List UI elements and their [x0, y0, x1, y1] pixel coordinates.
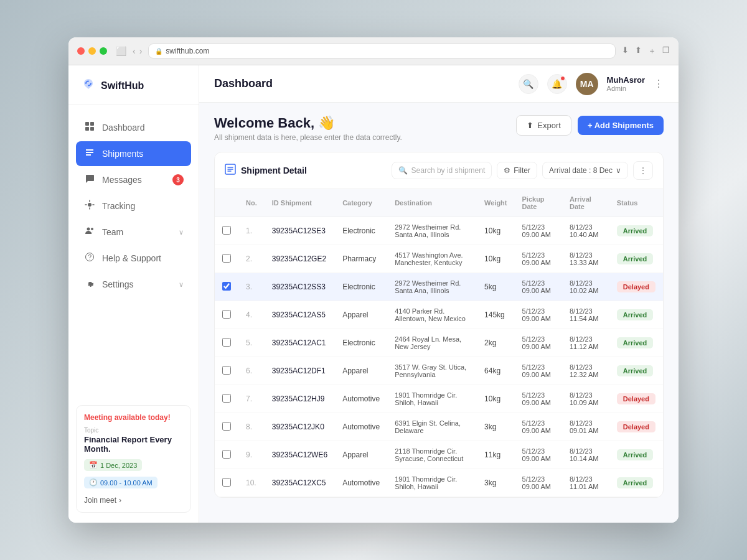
status-badge: Delayed: [617, 281, 655, 292]
row-checkbox[interactable]: [222, 338, 231, 347]
settings-label: Settings: [102, 279, 134, 289]
sidebar-item-dashboard[interactable]: Dashboard: [76, 115, 191, 140]
main-content: Dashboard 🔍 🔔 MA MuhAsror Admin: [199, 65, 679, 523]
meeting-time-tag: 🕐 09.00 - 10.00 AM: [84, 477, 157, 488]
meeting-title: Meeting available today!: [84, 413, 183, 422]
row-number: 3.: [238, 273, 265, 301]
table-row[interactable]: 8. 39235AC12JK0 Automotive 6391 Elgin St…: [215, 413, 663, 441]
row-pickup-date: 5/12/2309.00 AM: [515, 441, 562, 469]
search-box[interactable]: 🔍 Search by id shipment: [392, 162, 492, 179]
row-checkbox[interactable]: [222, 422, 231, 431]
row-weight: 2kg: [477, 329, 514, 357]
row-checkbox-cell[interactable]: [215, 413, 238, 441]
arrival-date-filter[interactable]: Arrival date : 8 Dec ∨: [542, 162, 628, 179]
svg-rect-3: [90, 127, 94, 131]
row-id-shipment: 39235AC12DF1: [265, 357, 335, 385]
export-button[interactable]: ⬆ Export: [516, 115, 571, 136]
table-row[interactable]: 4. 39235AC12AS5 Apparel 4140 Parker Rd. …: [215, 301, 663, 329]
row-checkbox[interactable]: [222, 450, 231, 459]
status-badge: Arrived: [617, 477, 654, 488]
row-destination: 1901 Thornridge Cir. Shiloh, Hawaii: [387, 385, 477, 413]
logo-text: SwiftHub: [101, 80, 144, 91]
table-row[interactable]: 5. 39235AC12AC1 Electronic 2464 Royal Ln…: [215, 329, 663, 357]
row-weight: 64kg: [477, 357, 514, 385]
row-checkbox-cell[interactable]: [215, 441, 238, 469]
arrival-filter-text: Arrival date : 8 Dec: [549, 166, 613, 175]
sidebar-item-tracking[interactable]: Tracking: [76, 194, 191, 218]
forward-icon[interactable]: ›: [139, 46, 143, 56]
row-category: Apparel: [335, 357, 387, 385]
row-checkbox[interactable]: [222, 282, 231, 291]
sidebar-toggle-icon[interactable]: ⬜: [116, 46, 126, 56]
table-row[interactable]: 10. 39235AC12XC5 Automotive 1901 Thornri…: [215, 469, 663, 497]
messages-badge: 3: [172, 174, 184, 185]
table-more-options[interactable]: ⋮: [633, 161, 653, 180]
row-checkbox[interactable]: [222, 366, 231, 375]
meeting-topic-label: Topic: [84, 427, 183, 434]
close-button[interactable]: [77, 47, 85, 55]
download-icon[interactable]: ⬇: [622, 45, 629, 57]
filter-button[interactable]: ⚙ Filter: [497, 162, 537, 179]
new-tab-icon[interactable]: ＋: [648, 45, 656, 57]
notification-button[interactable]: 🔔: [547, 74, 567, 94]
team-chevron-icon: ∨: [179, 228, 184, 236]
table-row[interactable]: 2. 39235AC12GE2 Pharmacy 4517 Washington…: [215, 245, 663, 273]
sidebar-item-shipments[interactable]: Shipments: [76, 141, 191, 166]
back-icon[interactable]: ‹: [133, 46, 136, 56]
sidebar-item-help[interactable]: ? Help & Support: [76, 246, 191, 271]
row-weight: 10kg: [477, 385, 514, 413]
more-menu-icon[interactable]: ⋮: [654, 78, 664, 90]
logo-area: SwiftHub: [68, 65, 199, 105]
meeting-join-button[interactable]: Join meet ›: [84, 496, 183, 505]
row-checkbox[interactable]: [222, 478, 231, 487]
row-weight: 10kg: [477, 245, 514, 273]
row-checkbox[interactable]: [222, 394, 231, 403]
app-layout: SwiftHub Dashboard Shipments: [68, 65, 679, 523]
table-row[interactable]: 6. 39235AC12DF1 Apparel 3517 W. Gray St.…: [215, 357, 663, 385]
row-checkbox-cell[interactable]: [215, 469, 238, 497]
table-row[interactable]: 3. 39235AC12SS3 Electronic 2972 Westheim…: [215, 273, 663, 301]
welcome-subtitle: All shipment data is here, please enter …: [214, 133, 402, 142]
browser-actions: ⬇ ⬆ ＋ ❐: [622, 45, 670, 57]
search-button[interactable]: 🔍: [519, 74, 538, 94]
sidebar-item-settings[interactable]: Settings ∨: [76, 272, 191, 297]
minimize-button[interactable]: [88, 47, 96, 55]
table-row[interactable]: 7. 39235AC12HJ9 Automotive 1901 Thornrid…: [215, 385, 663, 413]
row-checkbox-cell[interactable]: [215, 217, 238, 245]
settings-chevron-icon: ∨: [179, 281, 184, 289]
row-checkbox-cell[interactable]: [215, 273, 238, 301]
table-row[interactable]: 9. 39235AC12WE6 Apparel 2118 Thornridge …: [215, 441, 663, 469]
user-info: MuhAsror Admin: [607, 75, 645, 92]
row-number: 4.: [238, 301, 265, 329]
sidebar-item-team[interactable]: Team ∨: [76, 220, 191, 245]
row-category: Apparel: [335, 301, 387, 329]
sidebar-item-messages[interactable]: Messages 3: [76, 167, 191, 192]
row-checkbox-cell[interactable]: [215, 245, 238, 273]
row-category: Automotive: [335, 413, 387, 441]
duplicate-icon[interactable]: ❐: [662, 45, 670, 57]
status-badge: Delayed: [617, 393, 655, 404]
content-area: Welcome Back, 👋 All shipment data is her…: [199, 103, 679, 523]
add-shipments-button[interactable]: + Add Shipments: [578, 116, 664, 135]
header-destination: Destination: [387, 189, 477, 217]
row-id-shipment: 39235AC12AC1: [265, 329, 335, 357]
address-bar[interactable]: 🔒 swifthub.com: [148, 44, 616, 58]
row-id-shipment: 39235AC12AS5: [265, 301, 335, 329]
maximize-button[interactable]: [100, 47, 107, 55]
meeting-time: 09.00 - 10.00 AM: [100, 479, 153, 487]
row-destination: 4517 Washington Ave. Manchester, Kentuck…: [387, 245, 477, 273]
row-checkbox-cell[interactable]: [215, 385, 238, 413]
row-checkbox[interactable]: [222, 254, 231, 263]
row-checkbox-cell[interactable]: [215, 329, 238, 357]
table-row[interactable]: 1. 39235AC12SE3 Electronic 2972 Westheim…: [215, 217, 663, 245]
row-checkbox[interactable]: [222, 310, 231, 319]
share-icon[interactable]: ⬆: [635, 45, 642, 57]
tracking-label: Tracking: [102, 201, 135, 211]
row-checkbox-cell[interactable]: [215, 357, 238, 385]
row-status: Arrived: [609, 301, 663, 329]
row-arrival-date: 8/12/2311.54 AM: [562, 301, 609, 329]
row-checkbox-cell[interactable]: [215, 301, 238, 329]
row-checkbox[interactable]: [222, 226, 231, 235]
row-pickup-date: 5/12/2309.00 AM: [515, 273, 562, 301]
row-destination: 2972 Westheimer Rd. Santa Ana, Illinois: [387, 273, 477, 301]
